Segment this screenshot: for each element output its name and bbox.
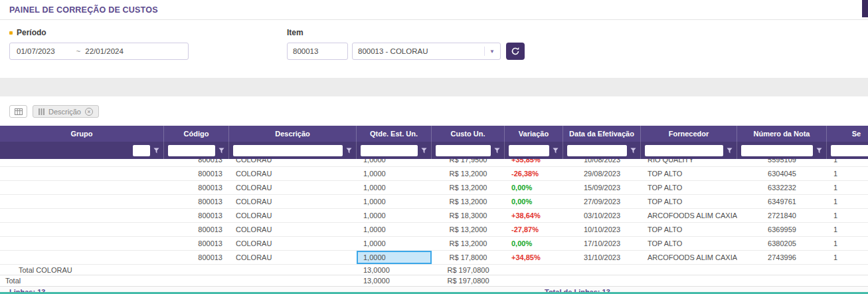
- filter-input-fornecedor[interactable]: [645, 145, 723, 156]
- column-header-grupo[interactable]: Grupo: [0, 126, 164, 142]
- cell-se[interactable]: 1: [827, 209, 868, 222]
- cell-fornecedor[interactable]: TOP ALTO: [641, 167, 737, 180]
- cell-qtde[interactable]: 1,0000: [357, 195, 432, 208]
- cell-codigo[interactable]: 800013: [164, 251, 229, 264]
- period-range-input[interactable]: 01/07/2023 ~ 22/01/2024: [9, 43, 189, 60]
- column-chooser-button[interactable]: [9, 105, 27, 118]
- funnel-icon[interactable]: [218, 148, 224, 154]
- cell-se[interactable]: 1: [827, 167, 868, 180]
- table-row[interactable]: 800013 COLORAU 1,0000 R$ 17,8000 +34,85%…: [0, 251, 868, 265]
- cell-fornecedor[interactable]: RIO QUALITY: [641, 159, 737, 166]
- cell-data-efetivacao[interactable]: 15/09/2023: [563, 181, 641, 194]
- cell-codigo[interactable]: 800013: [164, 209, 229, 222]
- cell-numero-nota[interactable]: 6332232: [737, 181, 827, 194]
- cell-qtde[interactable]: 1,0000: [357, 181, 432, 194]
- cell-qtde[interactable]: 1,0000: [357, 209, 432, 222]
- cell-codigo[interactable]: 800013: [164, 223, 229, 236]
- cell-numero-nota[interactable]: 6369959: [737, 223, 827, 236]
- cell-data-efetivacao[interactable]: 17/10/2023: [563, 237, 641, 250]
- chip-close-icon[interactable]: ×: [85, 108, 93, 116]
- column-header-descricao[interactable]: Descrição: [229, 126, 357, 142]
- cell-data-efetivacao[interactable]: 10/08/2023: [563, 159, 641, 166]
- cell-numero-nota[interactable]: 6380205: [737, 237, 827, 250]
- filter-input-codigo[interactable]: [168, 145, 215, 156]
- cell-descricao[interactable]: COLORAU: [229, 223, 357, 236]
- cell-se[interactable]: 1: [827, 181, 868, 194]
- period-start-value[interactable]: 01/07/2023: [17, 47, 55, 55]
- funnel-icon[interactable]: [727, 148, 733, 154]
- cell-codigo[interactable]: 800013: [164, 167, 229, 180]
- cell-custo[interactable]: R$ 18,3000: [432, 209, 505, 222]
- cell-qtde[interactable]: 1,0000: [357, 167, 432, 180]
- cell-variacao[interactable]: +34,85%: [505, 251, 563, 264]
- cell-descricao[interactable]: COLORAU: [229, 167, 357, 180]
- filter-input-grupo[interactable]: [133, 145, 150, 156]
- column-header-variacao[interactable]: Variação: [505, 126, 563, 142]
- cell-se[interactable]: 1: [827, 159, 868, 166]
- cell-grupo[interactable]: [0, 159, 164, 166]
- cell-se[interactable]: 1: [827, 195, 868, 208]
- cell-variacao[interactable]: +35,85%: [505, 159, 563, 166]
- cell-data-efetivacao[interactable]: 03/10/2023: [563, 209, 641, 222]
- cell-numero-nota[interactable]: 6304045: [737, 167, 827, 180]
- cell-variacao[interactable]: -27,87%: [505, 223, 563, 236]
- table-row[interactable]: 800013 COLORAU 1,0000 R$ 13,2000 0,00% 1…: [0, 181, 868, 195]
- table-row[interactable]: 800013 COLORAU 1,0000 R$ 13,2000 -26,38%…: [0, 167, 868, 181]
- cell-fornecedor[interactable]: TOP ALTO: [641, 181, 737, 194]
- cell-descricao[interactable]: COLORAU: [229, 181, 357, 194]
- filter-input-variacao[interactable]: [509, 145, 549, 156]
- cell-fornecedor[interactable]: ARCOFOODS ALIM CAXIAS: [641, 251, 737, 264]
- table-row[interactable]: 800013 COLORAU 1,0000 R$ 17,9500 +35,85%…: [0, 159, 868, 167]
- cell-custo[interactable]: R$ 13,2000: [432, 167, 505, 180]
- column-header-fornecedor[interactable]: Fornecedor: [641, 126, 737, 142]
- cell-numero-nota[interactable]: 6349761: [737, 195, 827, 208]
- cell-variacao[interactable]: 0,00%: [505, 181, 563, 194]
- cell-custo[interactable]: R$ 13,2000: [432, 195, 505, 208]
- cell-numero-nota[interactable]: 2721840: [737, 209, 827, 222]
- column-header-data-efetivacao[interactable]: Data da Efetivação: [563, 126, 641, 142]
- filter-input-descricao[interactable]: [233, 145, 343, 156]
- funnel-icon[interactable]: [494, 148, 500, 154]
- cell-codigo[interactable]: 800013: [164, 181, 229, 194]
- cell-custo[interactable]: R$ 17,8000: [432, 251, 505, 264]
- cell-se[interactable]: 1: [827, 251, 868, 264]
- filter-input-numero-nota[interactable]: [741, 145, 813, 156]
- funnel-icon[interactable]: [153, 148, 159, 154]
- cell-numero-nota[interactable]: 2743996: [737, 251, 827, 264]
- cell-variacao[interactable]: 0,00%: [505, 237, 563, 250]
- chevron-down-icon[interactable]: ▼: [484, 47, 495, 56]
- item-code-input[interactable]: [287, 43, 348, 60]
- cell-custo[interactable]: R$ 13,2000: [432, 237, 505, 250]
- table-row[interactable]: 800013 COLORAU 1,0000 R$ 13,2000 0,00% 1…: [0, 237, 868, 251]
- cell-se[interactable]: 1: [827, 223, 868, 236]
- cell-descricao[interactable]: COLORAU: [229, 195, 357, 208]
- cell-grupo[interactable]: [0, 167, 164, 180]
- cell-custo[interactable]: R$ 13,2000: [432, 223, 505, 236]
- cell-custo[interactable]: R$ 17,9500: [432, 159, 505, 166]
- filter-input-qtde[interactable]: [361, 145, 418, 156]
- cell-se[interactable]: 1: [827, 237, 868, 250]
- cell-qtde[interactable]: 1,0000: [357, 223, 432, 236]
- filter-input-data-efetivacao[interactable]: [567, 145, 627, 156]
- cell-fornecedor[interactable]: TOP ALTO: [641, 223, 737, 236]
- cell-variacao[interactable]: 0,00%: [505, 195, 563, 208]
- period-end-value[interactable]: 22/01/2024: [85, 47, 124, 55]
- cell-data-efetivacao[interactable]: 29/08/2023: [563, 167, 641, 180]
- cell-fornecedor[interactable]: TOP ALTO: [641, 195, 737, 208]
- item-select[interactable]: 800013 - COLORAU ▼: [352, 43, 501, 60]
- cell-grupo[interactable]: [0, 223, 164, 236]
- funnel-icon[interactable]: [421, 148, 427, 154]
- funnel-icon[interactable]: [553, 148, 559, 154]
- cell-descricao[interactable]: COLORAU: [229, 251, 357, 264]
- cell-descricao[interactable]: COLORAU: [229, 159, 357, 166]
- cell-codigo[interactable]: 800013: [164, 159, 229, 166]
- group-chip-descricao[interactable]: Descrição ×: [33, 105, 99, 118]
- cell-grupo[interactable]: [0, 237, 164, 250]
- cell-descricao[interactable]: COLORAU: [229, 237, 357, 250]
- cell-grupo[interactable]: [0, 209, 164, 222]
- cell-fornecedor[interactable]: ARCOFOODS ALIM CAXIAS: [641, 209, 737, 222]
- cell-qtde-selected[interactable]: 1,0000: [357, 251, 432, 264]
- funnel-icon[interactable]: [816, 148, 822, 154]
- cell-qtde[interactable]: 1,0000: [357, 237, 432, 250]
- column-header-qtde[interactable]: Qtde. Est. Un.: [357, 126, 432, 142]
